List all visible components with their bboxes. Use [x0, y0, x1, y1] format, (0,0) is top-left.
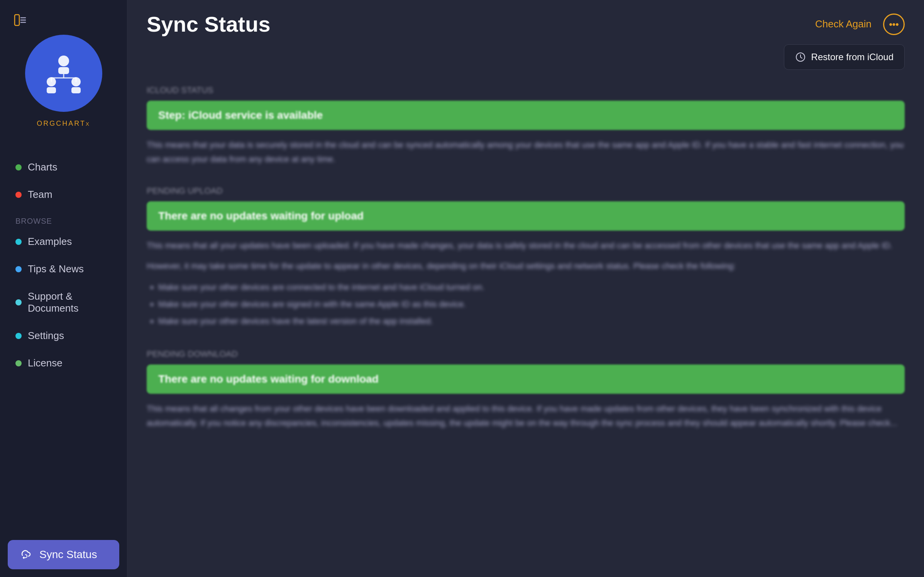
pending-upload-label: PENDING UPLOAD — [147, 186, 905, 196]
icloud-status-bar: Step: iCloud service is available — [147, 101, 905, 130]
pending-download-label: PENDING DOWNLOAD — [147, 349, 905, 359]
browse-section-label: BROWSE — [8, 209, 119, 229]
pending-download-description: This means that all changes from your ot… — [147, 402, 905, 430]
pending-upload-description: This means that all your updates have be… — [147, 238, 905, 253]
svg-point-4 — [58, 56, 69, 66]
pending-upload-section: PENDING UPLOAD There are no updates wait… — [147, 186, 905, 330]
main-content-area: Sync Status Check Again ••• Restore from… — [127, 0, 924, 577]
svg-rect-0 — [15, 15, 19, 25]
icloud-status-section: ICLOUD STATUS Step: iCloud service is av… — [147, 85, 905, 167]
bullet-2: Make sure your other devices are signed … — [158, 296, 905, 313]
sidebar-item-team[interactable]: Team — [8, 182, 119, 208]
more-options-button[interactable]: ••• — [883, 13, 905, 35]
restore-bar: Restore from iCloud — [127, 44, 924, 78]
pending-download-section: PENDING DOWNLOAD There are no updates wa… — [147, 349, 905, 430]
sync-content: ICLOUD STATUS Step: iCloud service is av… — [127, 78, 924, 577]
charts-dot — [15, 164, 22, 170]
sidebar-item-support-docs[interactable]: Support & Documents — [8, 283, 119, 321]
sidebar-item-license[interactable]: License — [8, 350, 119, 376]
pending-upload-bullets: Make sure your other devices are connect… — [147, 279, 905, 330]
svg-rect-7 — [47, 87, 56, 93]
sidebar-item-examples[interactable]: Examples — [8, 229, 119, 255]
bullet-1: Make sure your other devices are connect… — [158, 279, 905, 296]
sidebar-toggle-button[interactable] — [11, 11, 29, 29]
clock-icon — [795, 52, 806, 62]
sidebar-bottom: Sync Status — [0, 532, 127, 577]
sidebar-item-settings[interactable]: Settings — [8, 323, 119, 349]
sidebar-navigation: Charts Team BROWSE Examples Tips & News … — [0, 154, 127, 532]
main-header: Sync Status Check Again ••• — [127, 0, 924, 44]
sidebar-item-charts[interactable]: Charts — [8, 154, 119, 180]
pending-download-bar: There are no updates waiting for downloa… — [147, 364, 905, 394]
settings-dot — [15, 333, 22, 339]
icloud-status-label: ICLOUD STATUS — [147, 85, 905, 95]
license-dot — [15, 360, 22, 366]
pending-upload-extra: However, it may take some time for the u… — [147, 259, 905, 273]
pending-upload-bar: There are no updates waiting for upload — [147, 201, 905, 231]
bullet-3: Make sure your other devices have the la… — [158, 313, 905, 330]
restore-from-icloud-button[interactable]: Restore from iCloud — [784, 44, 905, 70]
svg-rect-9 — [71, 87, 81, 93]
check-again-button[interactable]: Check Again — [815, 18, 872, 30]
team-dot — [15, 192, 22, 198]
cloud-sync-icon — [19, 548, 32, 561]
app-name-label: ORGCHARTX — [37, 120, 90, 131]
tips-dot — [15, 266, 22, 272]
avatar — [25, 35, 102, 112]
sidebar: ORGCHARTX Charts Team BROWSE Examples Ti… — [0, 0, 127, 577]
header-actions: Check Again ••• — [815, 13, 905, 35]
svg-rect-5 — [58, 67, 69, 74]
sidebar-item-tips-news[interactable]: Tips & News — [8, 256, 119, 282]
icloud-status-description: This means that your data is securely st… — [147, 138, 905, 167]
support-dot — [15, 299, 22, 305]
examples-dot — [15, 239, 22, 245]
page-title: Sync Status — [147, 12, 271, 37]
sync-status-button[interactable]: Sync Status — [8, 540, 119, 569]
